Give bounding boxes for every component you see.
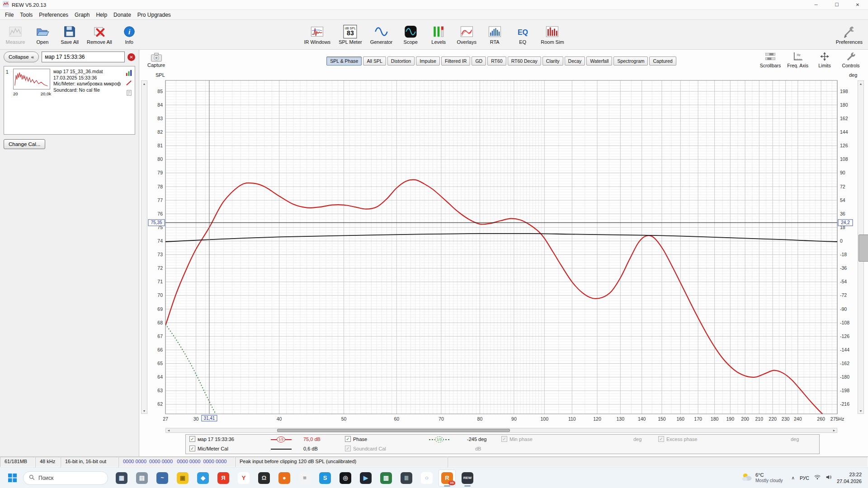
tab-gd[interactable]: GD (472, 56, 486, 66)
taskbar-app-rew-window[interactable]: REW (459, 469, 476, 487)
change-cal-button[interactable]: Change Cal... (4, 139, 45, 149)
scroll-left-icon[interactable]: ◄ (166, 428, 171, 432)
taskbar-app-notepad[interactable]: ≡ (296, 469, 313, 487)
right-vertical-scrollbar[interactable]: ▲ ▼ (858, 80, 864, 414)
taskbar-app-yandex[interactable]: Y (235, 469, 252, 487)
remove-all-button[interactable]: Remove All (87, 25, 112, 45)
taskbar-app-mixer[interactable]: ||| (398, 469, 415, 487)
menu-tools[interactable]: Tools (17, 10, 36, 19)
legend-min-phase-checkbox[interactable]: ✓ (501, 436, 507, 442)
maximize-button[interactable]: ☐ (826, 0, 847, 9)
taskbar-app-video-player[interactable]: ▶ (357, 469, 374, 487)
limits-button[interactable]: Limits (815, 51, 835, 68)
horizontal-scrollbar[interactable]: ◄ ► (165, 428, 837, 433)
tab-clarity[interactable]: Clarity (542, 56, 563, 66)
collapse-button[interactable]: Collapse« (4, 52, 39, 62)
open-button[interactable]: Open (33, 25, 52, 45)
scope-button[interactable]: Scope (401, 25, 420, 45)
freq-axis-label: Freq. Axis (787, 63, 808, 68)
tab-rt60[interactable]: RT60 (487, 56, 506, 66)
legend-excess-phase-checkbox[interactable]: ✓ (658, 436, 664, 442)
tab-filtered-ir[interactable]: Filtered IR (441, 56, 470, 66)
tab-spectrogram[interactable]: Spectrogram (613, 56, 648, 66)
svg-text:-180: -180 (840, 374, 849, 380)
scroll-down-icon[interactable]: ▼ (142, 408, 147, 413)
tab-spl-phase[interactable]: SPL & Phase (326, 56, 362, 66)
scrollbar-thumb[interactable] (859, 235, 868, 262)
measurement-chart-icon[interactable] (126, 70, 132, 78)
tab-waterfall[interactable]: Waterfall (586, 56, 612, 66)
language-indicator[interactable]: РУС (800, 475, 809, 481)
volume-icon[interactable] (826, 474, 832, 481)
legend-phase-checkbox[interactable]: ✓ (345, 436, 351, 442)
tab-impulse[interactable]: Impulse (416, 56, 440, 66)
taskbar-app-file-explorer[interactable]: ▣ (174, 469, 191, 487)
tab-captured[interactable]: Captured (649, 56, 676, 66)
controls-button[interactable]: Controls (841, 51, 861, 68)
scrollbar-thumb[interactable] (277, 429, 510, 432)
svg-text:-144: -144 (840, 347, 849, 352)
taskbar-app-task-view[interactable]: ▦ (113, 469, 130, 487)
clear-filter-icon[interactable]: ✕ (127, 53, 135, 61)
measurement-item[interactable]: 1 20 20,0k мар 17 15_33_36.mdat 17.03.20… (4, 66, 135, 100)
taskbar-app-skype[interactable]: S (316, 469, 334, 487)
tab-distortion[interactable]: Distortion (387, 56, 415, 66)
tab-all-spl[interactable]: All SPL (363, 56, 386, 66)
measurement-notes-icon[interactable] (126, 89, 132, 98)
taskbar-app-browser[interactable]: ● (276, 469, 293, 487)
legend-mic-cal-checkbox[interactable]: ✓ (189, 446, 195, 451)
left-vertical-scrollbar[interactable]: ▲ ▼ (141, 80, 147, 414)
legend-measurement-checkbox[interactable]: ✓ (189, 436, 195, 442)
taskbar-app-rew[interactable]: R96 (439, 469, 456, 487)
taskbar-app-charts[interactable]: ▥ (377, 469, 395, 487)
generator-button[interactable]: Generator (370, 25, 393, 45)
menu-pro-upgrades[interactable]: Pro Upgrades (134, 10, 174, 19)
taskbar-app-foobar[interactable]: Ω (255, 469, 273, 487)
network-icon[interactable] (814, 474, 821, 481)
save-all-button[interactable]: Save All (60, 25, 80, 45)
measure-button[interactable]: Measure (5, 25, 25, 45)
taskbar-app-yandex-browser[interactable]: Я (215, 469, 232, 487)
room-sim-button[interactable]: Room Sim (541, 25, 564, 45)
overlays-button[interactable]: Overlays (457, 25, 476, 45)
capture-button[interactable]: Capture (147, 52, 165, 68)
spl-phase-chart[interactable]: 2730405060708090100110120130140150160170… (139, 50, 868, 427)
menu-file[interactable]: File (2, 10, 17, 19)
spl-meter-button[interactable]: dB SPL83SPL Meter (339, 25, 362, 45)
menu-graph[interactable]: Graph (71, 10, 93, 19)
weather-widget[interactable]: 6°C Mostly cloudy (741, 472, 783, 483)
taskbar-app-chrome[interactable]: ○ (418, 469, 435, 487)
freq-axis-button[interactable]: HzFreq. Axis (787, 51, 808, 68)
measurement-trace-icon[interactable] (126, 80, 132, 88)
taskbar-app-audio-tool[interactable]: ~ (154, 469, 171, 487)
svg-text:-108: -108 (840, 320, 849, 325)
taskbar-app-obs[interactable]: ◎ (337, 469, 354, 487)
minimize-button[interactable]: ─ (806, 0, 826, 9)
taskbar-app-photos[interactable]: ◆ (194, 469, 212, 487)
scroll-down-icon[interactable]: ▼ (858, 408, 863, 413)
tray-chevron-icon[interactable]: ∧ (792, 475, 795, 480)
clock[interactable]: 23:22 27.04.2026 (837, 471, 862, 484)
scroll-up-icon[interactable]: ▲ (142, 81, 147, 86)
tab-decay[interactable]: Decay (565, 56, 585, 66)
preferences-button[interactable]: Preferences (836, 25, 863, 45)
start-button[interactable] (5, 470, 20, 486)
ir-windows-button[interactable]: IR Windows (304, 25, 330, 45)
svg-text:60: 60 (394, 416, 399, 422)
close-button[interactable]: ✕ (847, 0, 868, 9)
tab-rt60-decay[interactable]: RT60 Decay (508, 56, 541, 66)
measurement-filter-input[interactable] (42, 52, 125, 62)
taskbar-search[interactable]: Поиск (23, 471, 108, 485)
info-button[interactable]: iInfo (119, 25, 139, 45)
menu-help[interactable]: Help (93, 10, 110, 19)
scroll-right-icon[interactable]: ► (831, 428, 837, 432)
legend-soundcard-cal-checkbox[interactable]: ✓ (345, 446, 351, 451)
rta-button[interactable]: RTA (485, 25, 505, 45)
scroll-up-icon[interactable]: ▲ (858, 81, 863, 86)
menu-donate[interactable]: Donate (110, 10, 134, 19)
menu-preferences[interactable]: Preferences (36, 10, 71, 19)
levels-button[interactable]: Levels (429, 25, 448, 45)
taskbar-app-files[interactable]: ▤ (133, 469, 151, 487)
eq-button[interactable]: EQEQ (513, 25, 533, 45)
scrollbars-button[interactable]: Scrollbars (760, 51, 781, 68)
